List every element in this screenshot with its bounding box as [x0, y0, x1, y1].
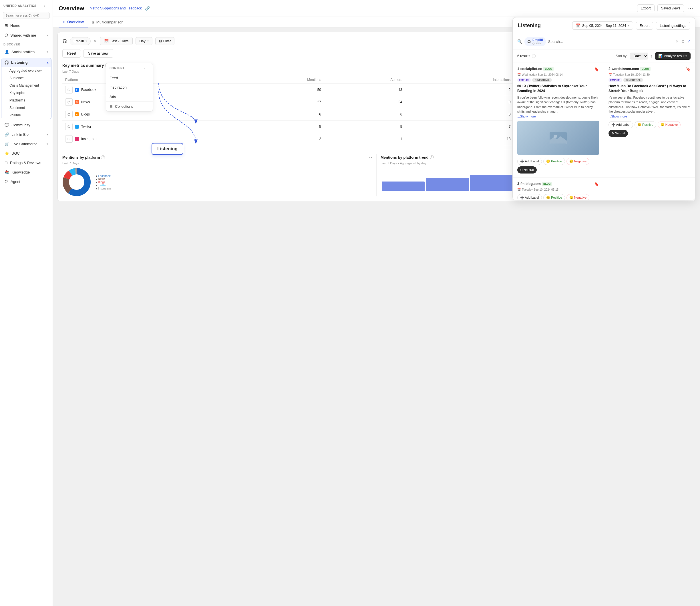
- mentions-platform-help-icon[interactable]: ?: [101, 155, 105, 159]
- listening-search-input[interactable]: [548, 40, 673, 44]
- sidebar-nav-link-in-bio[interactable]: 🔗 Link in Bio ▾: [1, 130, 51, 139]
- bookmark-icon[interactable]: 🔖: [594, 67, 599, 71]
- profile-chip-remove-icon[interactable]: ✕: [93, 39, 97, 43]
- show-more-link[interactable]: ...Show more: [517, 115, 536, 118]
- content-panel-collections[interactable]: ⊞ Collections: [106, 101, 153, 111]
- more-options-icon[interactable]: ⋯: [687, 4, 694, 13]
- analyze-button[interactable]: 📊 Analyze results: [655, 52, 691, 60]
- content-panel-close-icon[interactable]: ⟵: [144, 66, 149, 70]
- article-text: It's no secret that Facebook continues t…: [609, 95, 691, 114]
- negative-button[interactable]: 😞 Negative: [658, 121, 681, 129]
- filter-btn[interactable]: ⊟ Filter: [155, 37, 175, 45]
- listening-settings-button[interactable]: Listening settings: [656, 22, 690, 30]
- tab-overview[interactable]: ⊕ Overview: [59, 17, 88, 27]
- save-as-view-button[interactable]: Save as view: [83, 49, 113, 58]
- icon-btn[interactable]: ⬡: [65, 135, 73, 143]
- link-icon[interactable]: 🔗: [145, 6, 150, 10]
- query-chip[interactable]: 🎧 EmplifiQUERY: [524, 37, 546, 46]
- add-label-button[interactable]: ➕ Add Label: [517, 158, 542, 165]
- reset-button[interactable]: Reset: [62, 49, 81, 58]
- sub-item-volume[interactable]: Volume: [1, 112, 51, 119]
- article-blog-badge: BLOG: [542, 182, 552, 186]
- sidebar-nav-listening[interactable]: 🎧 Listening ▴: [1, 58, 51, 67]
- content-panel-feed[interactable]: Feed: [106, 73, 153, 83]
- bookmark-icon[interactable]: 🔖: [686, 67, 691, 71]
- sidebar-nav-ratings-reviews[interactable]: ⊞ Ratings & Reviews: [1, 158, 51, 167]
- sidebar-nav-live-commerce[interactable]: 🛒 Live Commerce ▾: [1, 139, 51, 148]
- key-metrics-title: Key metrics summary: [62, 63, 104, 68]
- profile-chip[interactable]: Emplifi ▾: [70, 37, 91, 45]
- knowledge-label: Knowledge: [12, 170, 30, 174]
- sub-item-platforms[interactable]: Platforms: [1, 97, 51, 104]
- sidebar-nav-knowledge[interactable]: 📚 Knowledge: [1, 168, 51, 177]
- content-panel: CONTENT ⟵ Feed Inspiration Ads ⊞ Collect…: [106, 63, 153, 112]
- saved-views-button[interactable]: Saved views: [657, 4, 684, 12]
- donut-chart: ● Facebook ● News ● Blogs ● Twitter ● In…: [62, 168, 372, 196]
- sub-item-sentiment[interactable]: Sentiment: [1, 104, 51, 112]
- mentions-platform-more-icon[interactable]: ⋯: [367, 154, 372, 160]
- sub-item-aggregated[interactable]: Aggregated overview: [1, 67, 51, 74]
- listening-sub-menu: Aggregated overview Audience Crisis Mana…: [1, 67, 51, 119]
- article-source[interactable]: fmiblog.com: [520, 182, 541, 186]
- content-panel-ads[interactable]: Ads: [106, 92, 153, 101]
- article-footer: ➕ Add Label 😊 Positive 😞 Negative ⊙ Neut…: [517, 158, 599, 173]
- sidebar-nav-agent[interactable]: 🛡 Agent: [1, 177, 51, 186]
- sidebar-nav-community[interactable]: 💬 Community: [1, 121, 51, 130]
- sidebar-nav-ugc[interactable]: ⭐ UGC: [1, 149, 51, 158]
- sidebar-nav-home[interactable]: ⊞ Home: [1, 21, 51, 30]
- platform-name: Facebook: [81, 88, 96, 92]
- positive-button[interactable]: 😊 Positive: [634, 121, 656, 129]
- content-panel-inspiration[interactable]: Inspiration: [106, 83, 153, 92]
- article-source[interactable]: wordstream.com: [612, 67, 639, 71]
- negative-button[interactable]: 😞 Negative: [566, 158, 589, 165]
- positive-button[interactable]: 😊 Positive: [543, 158, 565, 165]
- listening-date-picker[interactable]: 📅 Sep 05, 2024 - Sep 11, 2024 ▾: [572, 21, 633, 30]
- icon-btn[interactable]: ⬡: [65, 98, 73, 106]
- icon-btn[interactable]: ⬡: [65, 123, 73, 130]
- negative-button[interactable]: 😞 Negative: [566, 194, 589, 200]
- sort-icon[interactable]: ↕: [651, 54, 653, 58]
- multicomparison-tab-label: Multicomparison: [96, 20, 123, 24]
- metric-suggestion-link[interactable]: Metric Suggestions and Feedback: [90, 6, 141, 10]
- bookmark-icon[interactable]: 🔖: [594, 182, 599, 186]
- search-settings-icon[interactable]: ⚙: [681, 39, 685, 44]
- mentions-trend-help-icon[interactable]: ?: [430, 155, 434, 159]
- add-label-button[interactable]: ➕ Add Label: [517, 194, 542, 200]
- positive-button[interactable]: 😊 Positive: [543, 194, 565, 200]
- icon-btn[interactable]: ⬡: [65, 86, 73, 93]
- neutral-button[interactable]: ⊙ Neutral: [517, 166, 537, 173]
- granularity-chip[interactable]: Day ▾: [136, 37, 152, 45]
- home-label: Home: [10, 23, 20, 28]
- icon-btn[interactable]: ⬡: [65, 111, 73, 118]
- collapse-sidebar-icon[interactable]: ⟵: [43, 3, 49, 8]
- ugc-label: UGC: [12, 151, 20, 156]
- export-button[interactable]: Export: [637, 4, 655, 12]
- sidebar-nav-social-profiles[interactable]: 👤 Social profiles ▾: [1, 47, 51, 56]
- topbar-actions: Export Saved views ⋯: [637, 4, 694, 13]
- sub-item-key-topics[interactable]: Key topics: [1, 89, 51, 97]
- search-clear-icon[interactable]: ✕: [675, 39, 679, 44]
- mentions-trend-title: Mentions by platform trend: [381, 155, 429, 160]
- sort-select[interactable]: Date: [630, 53, 648, 60]
- sort-label: Sort by:: [616, 54, 627, 58]
- listening-export-button[interactable]: Export: [636, 22, 653, 30]
- sub-item-audience[interactable]: Audience: [1, 74, 51, 82]
- neutral-button[interactable]: ⊙ Neutral: [609, 130, 628, 137]
- analyze-icon: 📊: [658, 54, 662, 58]
- show-more-link[interactable]: ...Show more: [609, 115, 627, 118]
- article-source[interactable]: socialpilot.co: [520, 67, 542, 71]
- link-in-bio-chevron-icon: ▾: [47, 133, 48, 136]
- tab-multicomparison[interactable]: ⊞ Multicomparison: [88, 17, 128, 27]
- sidebar-nav-shared[interactable]: ⬡ Shared with me ▾: [1, 30, 51, 40]
- search-check-icon[interactable]: ✓: [687, 39, 691, 44]
- date-chip[interactable]: 📅 Last 7 Days: [100, 37, 133, 45]
- listening-chevron-icon: ▴: [47, 61, 48, 64]
- results-info-icon[interactable]: i: [532, 54, 536, 58]
- overview-tab-icon: ⊕: [63, 20, 66, 24]
- sub-item-crisis[interactable]: Crisis Management: [1, 82, 51, 89]
- sidebar-search-wrapper[interactable]: [0, 10, 53, 21]
- search-input[interactable]: [3, 12, 50, 19]
- article-footer: ➕ Add Label 😊 Positive 😞 Negative ⊙ Neut…: [517, 194, 599, 200]
- topbar: Overview Metric Suggestions and Feedback…: [53, 0, 700, 17]
- add-label-button[interactable]: ➕ Add Label: [609, 121, 633, 129]
